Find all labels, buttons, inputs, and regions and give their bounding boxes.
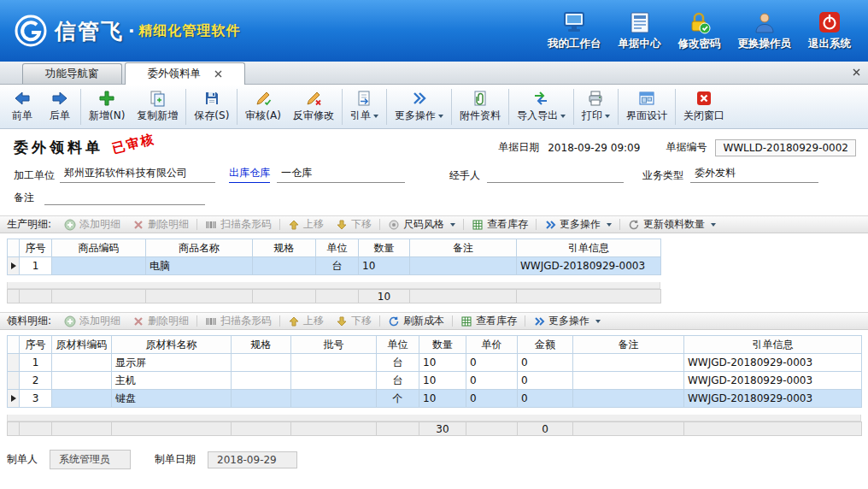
add-detail-button[interactable]: 添加明细 bbox=[58, 314, 126, 328]
grid-cell[interactable] bbox=[52, 257, 146, 275]
size-style-button[interactable]: 尺码风格 bbox=[382, 217, 461, 232]
grid-cell[interactable]: 10 bbox=[419, 354, 466, 372]
grid-cell[interactable]: 台 bbox=[377, 372, 419, 390]
move-down-button[interactable]: 下移 bbox=[330, 314, 378, 328]
add-detail-button[interactable]: 添加明细 bbox=[58, 217, 126, 232]
grid-cell[interactable] bbox=[52, 354, 112, 372]
grid-cell[interactable]: 0 bbox=[518, 372, 573, 390]
nav-change-password[interactable]: 修改密码 bbox=[670, 8, 730, 55]
horizontal-scrollbar[interactable] bbox=[7, 282, 660, 289]
grid-cell[interactable]: WWJGD-20180929-0003 bbox=[517, 257, 661, 275]
move-down-button[interactable]: 下移 bbox=[330, 217, 378, 232]
tab-close-icon[interactable] bbox=[214, 70, 222, 78]
print-button[interactable]: 打印 bbox=[576, 87, 616, 127]
grid-cell[interactable]: 0 bbox=[466, 372, 518, 390]
nav-exit-system[interactable]: 退出系统 bbox=[800, 8, 859, 55]
grid-cell[interactable] bbox=[291, 390, 377, 408]
nav-switch-operator[interactable]: 更换操作员 bbox=[730, 8, 801, 55]
grid-cell[interactable]: 0 bbox=[518, 354, 573, 372]
copy-new-button[interactable]: 复制新增 bbox=[131, 87, 184, 127]
delete-detail-button[interactable]: 删除明细 bbox=[126, 217, 195, 232]
view-stock-button[interactable]: 查看库存 bbox=[466, 217, 534, 232]
grid-cell[interactable]: 个 bbox=[377, 390, 419, 408]
delete-detail-button[interactable]: 删除明细 bbox=[126, 314, 195, 328]
import-export-button[interactable]: 导入导出 bbox=[511, 87, 572, 127]
grid-cell[interactable]: 0 bbox=[466, 390, 518, 408]
table-row[interactable]: 1 显示屏 台 10 0 0 WWJGD-20180929-0003 bbox=[8, 354, 862, 372]
scan-barcode-button[interactable]: 扫描条形码 bbox=[199, 314, 278, 328]
attachments-button[interactable]: 附件资料 bbox=[454, 87, 507, 127]
grid-cell[interactable] bbox=[52, 390, 112, 408]
grid-cell[interactable]: 台 bbox=[377, 354, 419, 372]
grid-cell[interactable] bbox=[410, 257, 517, 275]
audit-button[interactable]: 审核(A) bbox=[239, 87, 287, 127]
warehouse-field[interactable]: 一仓库 bbox=[277, 166, 405, 183]
table-row[interactable]: 2 主机 台 10 0 0 WWJGD-20180929-0003 bbox=[8, 372, 862, 390]
doc-date-value[interactable]: 2018-09-29 09:09 bbox=[548, 142, 640, 154]
grid-cell[interactable]: 10 bbox=[359, 257, 410, 275]
row-selector[interactable] bbox=[8, 257, 20, 275]
row-selector[interactable] bbox=[8, 354, 20, 372]
grid-cell[interactable] bbox=[291, 372, 377, 390]
section-more-operations-button[interactable]: 更多操作 bbox=[538, 217, 618, 232]
biz-type-field[interactable]: 委外发料 bbox=[690, 166, 818, 183]
next-order-button[interactable]: 后单 bbox=[41, 87, 79, 127]
grid-cell[interactable]: 0 bbox=[518, 390, 573, 408]
more-operations-button[interactable]: 更多操作 bbox=[389, 87, 449, 127]
tab-function-nav[interactable]: 功能导航窗 bbox=[22, 63, 122, 84]
grid-cell[interactable]: 键盘 bbox=[112, 390, 232, 408]
warehouse-link[interactable]: 出库仓库 bbox=[229, 166, 270, 183]
section-more-operations-button[interactable]: 更多操作 bbox=[527, 314, 607, 328]
grid-cell[interactable] bbox=[291, 354, 377, 372]
grid-cell[interactable] bbox=[232, 372, 291, 390]
grid-cell[interactable]: WWJGD-20180929-0003 bbox=[684, 372, 862, 390]
horizontal-scrollbar[interactable] bbox=[7, 415, 861, 421]
grid-cell[interactable]: 1 bbox=[20, 257, 52, 275]
grid-cell[interactable]: 10 bbox=[419, 372, 466, 390]
update-qty-button[interactable]: 更新领料数量 bbox=[622, 217, 722, 232]
refresh-cost-button[interactable]: 刷新成本 bbox=[382, 314, 450, 328]
grid-cell[interactable]: 主机 bbox=[112, 372, 232, 390]
prev-order-button[interactable]: 前单 bbox=[3, 87, 41, 127]
tabstrip-close-icon[interactable] bbox=[853, 67, 860, 79]
move-up-button[interactable]: 上移 bbox=[282, 314, 330, 328]
remark-field[interactable] bbox=[44, 191, 205, 205]
move-up-button[interactable]: 上移 bbox=[282, 217, 330, 232]
reference-order-button[interactable]: 引单 bbox=[344, 87, 384, 127]
grid-cell[interactable] bbox=[573, 372, 684, 390]
unaudit-button[interactable]: 反审修改 bbox=[287, 87, 340, 127]
table-row[interactable]: 1 电脑 台 10 WWJGD-20180929-0003 bbox=[8, 257, 661, 275]
grid-cell[interactable]: 10 bbox=[419, 390, 466, 408]
nav-document-center[interactable]: 单据中心 bbox=[610, 8, 670, 55]
grid-cell[interactable] bbox=[52, 372, 112, 390]
row-selector[interactable] bbox=[8, 390, 20, 408]
grid-cell[interactable]: WWJGD-20180929-0003 bbox=[684, 354, 862, 372]
grid-cell[interactable] bbox=[232, 354, 291, 372]
close-window-button[interactable]: 关闭窗口 bbox=[677, 87, 730, 127]
grid-cell[interactable] bbox=[573, 354, 684, 372]
handler-field[interactable] bbox=[487, 168, 624, 183]
grid-cell[interactable] bbox=[573, 390, 684, 408]
new-button[interactable]: 新增(N) bbox=[83, 87, 131, 127]
scan-barcode-button[interactable]: 扫描条形码 bbox=[199, 217, 278, 232]
grid-cell[interactable] bbox=[232, 390, 291, 408]
grid-cell[interactable]: 2 bbox=[20, 372, 52, 390]
table-row[interactable]: 3 键盘 个 10 0 0 WWJGD-20180929-0003 bbox=[8, 390, 862, 408]
grid-cell[interactable] bbox=[253, 257, 316, 275]
grid-cell[interactable]: 3 bbox=[20, 390, 52, 408]
tab-outsource-requisition[interactable]: 委外领料单 bbox=[125, 62, 246, 85]
grid-cell[interactable]: 电脑 bbox=[146, 257, 253, 275]
nav-my-workbench[interactable]: 我的工作台 bbox=[539, 8, 610, 55]
ui-design-button[interactable]: 界面设计 bbox=[620, 87, 673, 127]
grid-cell[interactable]: 1 bbox=[20, 354, 52, 372]
row-selector[interactable] bbox=[8, 372, 20, 390]
button-label: 关闭窗口 bbox=[683, 109, 724, 123]
grid-cell[interactable]: 显示屏 bbox=[112, 354, 232, 372]
grid-cell[interactable]: 0 bbox=[466, 354, 518, 372]
processor-field[interactable]: 郑州亚拓软件科技有限公司 bbox=[60, 166, 215, 183]
view-stock-button[interactable]: 查看库存 bbox=[455, 314, 523, 328]
grid-cell[interactable]: 台 bbox=[316, 257, 359, 275]
grid-cell[interactable]: WWJGD-20180929-0003 bbox=[684, 390, 862, 408]
doc-number-field[interactable]: WWLLD-20180929-0002 bbox=[715, 139, 856, 156]
save-button[interactable]: 保存(S) bbox=[188, 87, 235, 127]
